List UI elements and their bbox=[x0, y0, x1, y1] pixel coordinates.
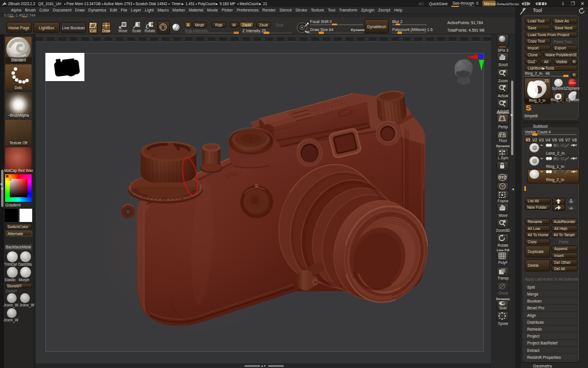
svg-text:Y: Y bbox=[501, 185, 504, 189]
svg-text:XYZ: XYZ bbox=[499, 175, 506, 179]
svg-text:20: 20 bbox=[162, 197, 167, 201]
